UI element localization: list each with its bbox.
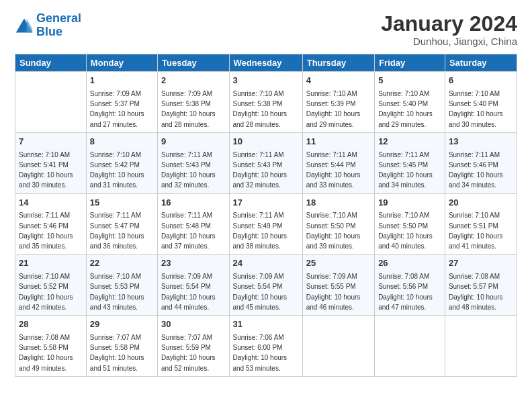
calendar-cell: 31Sunrise: 7:06 AMSunset: 6:00 PMDayligh…: [229, 316, 302, 377]
day-info: Sunrise: 7:09 AMSunset: 5:38 PMDaylight:…: [161, 90, 216, 128]
calendar-cell: 15Sunrise: 7:11 AMSunset: 5:47 PMDayligh…: [86, 193, 157, 255]
day-info: Sunrise: 7:07 AMSunset: 5:59 PMDaylight:…: [161, 334, 216, 372]
calendar-cell: 22Sunrise: 7:10 AMSunset: 5:53 PMDayligh…: [86, 255, 157, 316]
day-number: 6: [449, 75, 513, 87]
calendar-row: 14Sunrise: 7:11 AMSunset: 5:46 PMDayligh…: [15, 193, 517, 255]
day-number: 8: [90, 136, 154, 148]
calendar-cell: 10Sunrise: 7:11 AMSunset: 5:43 PMDayligh…: [229, 132, 302, 193]
col-friday: Friday: [375, 54, 445, 72]
day-info: Sunrise: 7:11 AMSunset: 5:46 PMDaylight:…: [19, 212, 73, 250]
day-info: Sunrise: 7:08 AMSunset: 5:56 PMDaylight:…: [378, 273, 433, 311]
calendar-cell: 18Sunrise: 7:10 AMSunset: 5:50 PMDayligh…: [302, 193, 374, 255]
day-number: 15: [90, 197, 154, 210]
day-info: Sunrise: 7:09 AMSunset: 5:55 PMDaylight:…: [306, 273, 361, 311]
day-number: 14: [19, 197, 83, 210]
calendar-cell: 6Sunrise: 7:10 AMSunset: 5:40 PMDaylight…: [445, 72, 517, 133]
day-info: Sunrise: 7:11 AMSunset: 5:46 PMDaylight:…: [449, 151, 503, 189]
day-number: 21: [19, 257, 83, 270]
calendar-row: 1Sunrise: 7:09 AMSunset: 5:37 PMDaylight…: [15, 72, 517, 133]
calendar-cell: 1Sunrise: 7:09 AMSunset: 5:37 PMDaylight…: [86, 72, 157, 133]
day-info: Sunrise: 7:11 AMSunset: 5:44 PMDaylight:…: [306, 151, 361, 189]
day-info: Sunrise: 7:11 AMSunset: 5:48 PMDaylight:…: [161, 212, 216, 250]
calendar-cell: 26Sunrise: 7:08 AMSunset: 5:56 PMDayligh…: [375, 255, 445, 316]
day-info: Sunrise: 7:10 AMSunset: 5:42 PMDaylight:…: [90, 151, 144, 189]
day-info: Sunrise: 7:10 AMSunset: 5:50 PMDaylight:…: [378, 212, 433, 250]
day-info: Sunrise: 7:10 AMSunset: 5:40 PMDaylight:…: [378, 90, 433, 128]
logo-line1: General: [36, 11, 81, 25]
calendar-cell: 28Sunrise: 7:08 AMSunset: 5:58 PMDayligh…: [15, 316, 87, 377]
day-number: 18: [306, 197, 371, 210]
calendar-cell: 25Sunrise: 7:09 AMSunset: 5:55 PMDayligh…: [302, 255, 374, 316]
calendar-cell: 9Sunrise: 7:11 AMSunset: 5:43 PMDaylight…: [158, 132, 230, 193]
day-info: Sunrise: 7:09 AMSunset: 5:54 PMDaylight:…: [233, 273, 287, 311]
day-info: Sunrise: 7:10 AMSunset: 5:52 PMDaylight:…: [19, 273, 73, 311]
calendar-cell: [302, 316, 374, 377]
calendar-cell: 19Sunrise: 7:10 AMSunset: 5:50 PMDayligh…: [375, 193, 445, 255]
day-number: 4: [306, 75, 371, 87]
day-number: 1: [90, 75, 154, 87]
calendar-cell: 7Sunrise: 7:10 AMSunset: 5:41 PMDaylight…: [15, 132, 87, 193]
day-info: Sunrise: 7:09 AMSunset: 5:54 PMDaylight:…: [161, 273, 216, 311]
day-number: 16: [161, 197, 226, 210]
day-number: 7: [19, 136, 83, 148]
calendar-cell: [15, 72, 87, 133]
col-sunday: Sunday: [15, 54, 87, 72]
day-info: Sunrise: 7:11 AMSunset: 5:47 PMDaylight:…: [90, 212, 144, 250]
calendar-cell: 3Sunrise: 7:10 AMSunset: 5:38 PMDaylight…: [229, 72, 302, 133]
day-number: 28: [19, 318, 83, 331]
day-info: Sunrise: 7:09 AMSunset: 5:37 PMDaylight:…: [90, 90, 144, 128]
calendar-cell: 12Sunrise: 7:11 AMSunset: 5:45 PMDayligh…: [375, 132, 445, 193]
day-number: 29: [90, 318, 154, 331]
calendar-cell: 23Sunrise: 7:09 AMSunset: 5:54 PMDayligh…: [158, 255, 230, 316]
day-number: 5: [378, 75, 441, 87]
day-number: 22: [90, 257, 154, 270]
logo-icon: [15, 16, 34, 35]
day-info: Sunrise: 7:10 AMSunset: 5:50 PMDaylight:…: [306, 212, 361, 250]
calendar-cell: 27Sunrise: 7:08 AMSunset: 5:57 PMDayligh…: [445, 255, 517, 316]
day-info: Sunrise: 7:11 AMSunset: 5:49 PMDaylight:…: [233, 212, 287, 250]
day-number: 13: [449, 136, 513, 148]
day-info: Sunrise: 7:06 AMSunset: 6:00 PMDaylight:…: [233, 334, 287, 372]
calendar-row: 7Sunrise: 7:10 AMSunset: 5:41 PMDaylight…: [15, 132, 517, 193]
day-info: Sunrise: 7:10 AMSunset: 5:40 PMDaylight:…: [449, 90, 503, 128]
calendar-cell: 4Sunrise: 7:10 AMSunset: 5:39 PMDaylight…: [302, 72, 374, 133]
day-number: 11: [306, 136, 371, 148]
day-number: 24: [233, 257, 299, 270]
day-info: Sunrise: 7:08 AMSunset: 5:58 PMDaylight:…: [19, 334, 73, 372]
day-info: Sunrise: 7:10 AMSunset: 5:41 PMDaylight:…: [19, 151, 73, 189]
col-tuesday: Tuesday: [158, 54, 230, 72]
calendar-cell: 29Sunrise: 7:07 AMSunset: 5:58 PMDayligh…: [86, 316, 157, 377]
calendar-cell: [445, 316, 517, 377]
title-block: January 2024 Dunhou, Jiangxi, China: [381, 12, 517, 47]
day-number: 3: [233, 75, 299, 87]
calendar-cell: 14Sunrise: 7:11 AMSunset: 5:46 PMDayligh…: [15, 193, 87, 255]
day-number: 25: [306, 257, 371, 270]
day-info: Sunrise: 7:11 AMSunset: 5:45 PMDaylight:…: [378, 151, 433, 189]
day-number: 31: [233, 318, 299, 331]
location: Dunhou, Jiangxi, China: [381, 36, 517, 47]
day-number: 30: [161, 318, 226, 331]
col-wednesday: Wednesday: [229, 54, 302, 72]
calendar-cell: 17Sunrise: 7:11 AMSunset: 5:49 PMDayligh…: [229, 193, 302, 255]
calendar-cell: 24Sunrise: 7:09 AMSunset: 5:54 PMDayligh…: [229, 255, 302, 316]
day-number: 26: [378, 257, 441, 270]
col-monday: Monday: [86, 54, 157, 72]
day-info: Sunrise: 7:10 AMSunset: 5:53 PMDaylight:…: [90, 273, 144, 311]
calendar-cell: 11Sunrise: 7:11 AMSunset: 5:44 PMDayligh…: [302, 132, 374, 193]
calendar-cell: 13Sunrise: 7:11 AMSunset: 5:46 PMDayligh…: [445, 132, 517, 193]
day-info: Sunrise: 7:10 AMSunset: 5:39 PMDaylight:…: [306, 90, 361, 128]
calendar-cell: 16Sunrise: 7:11 AMSunset: 5:48 PMDayligh…: [158, 193, 230, 255]
calendar-cell: 30Sunrise: 7:07 AMSunset: 5:59 PMDayligh…: [158, 316, 230, 377]
logo: General Blue: [15, 12, 81, 39]
calendar-row: 21Sunrise: 7:10 AMSunset: 5:52 PMDayligh…: [15, 255, 517, 316]
day-number: 10: [233, 136, 299, 148]
svg-marker-1: [27, 18, 33, 32]
page: General Blue January 2024 Dunhou, Jiangx…: [0, 0, 532, 386]
day-info: Sunrise: 7:11 AMSunset: 5:43 PMDaylight:…: [233, 151, 287, 189]
day-number: 17: [233, 197, 299, 210]
calendar-cell: 5Sunrise: 7:10 AMSunset: 5:40 PMDaylight…: [375, 72, 445, 133]
logo-line2: Blue: [36, 25, 62, 38]
day-number: 9: [161, 136, 226, 148]
calendar-cell: [375, 316, 445, 377]
logo-text: General Blue: [36, 12, 81, 39]
